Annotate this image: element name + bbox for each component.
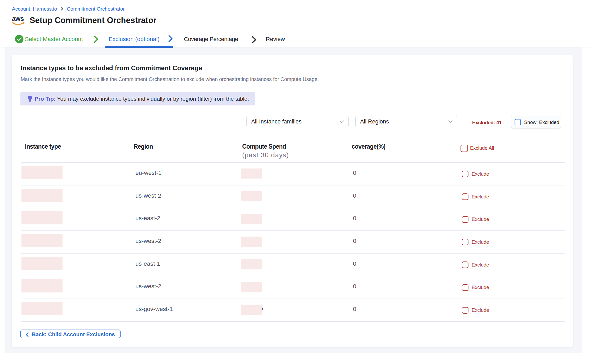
svg-text:aws: aws	[12, 15, 24, 22]
